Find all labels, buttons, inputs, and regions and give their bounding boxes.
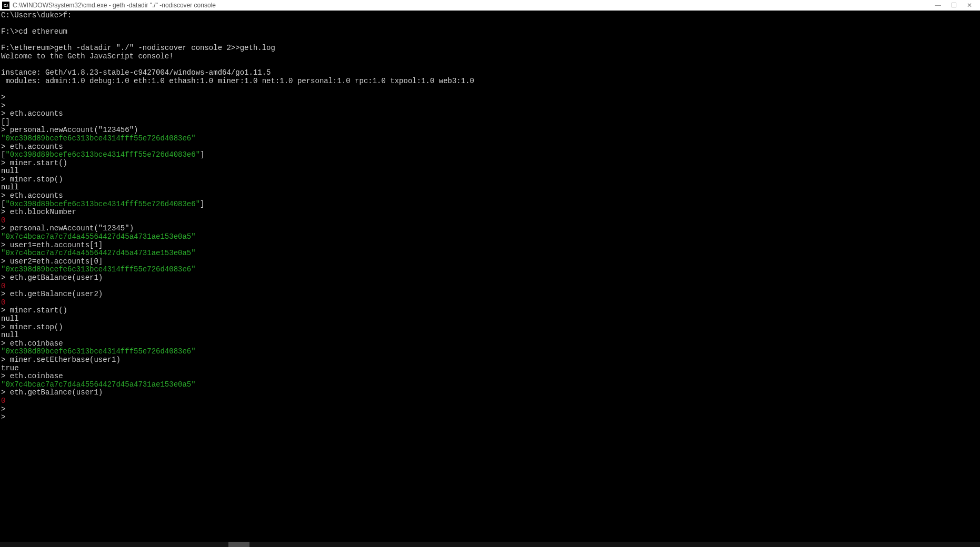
terminal-line: null (1, 331, 979, 340)
terminal-line: ["0xc398d89bcefe6c313bce4314fff55e726d40… (1, 151, 979, 159)
maximize-button[interactable]: ☐ (951, 2, 957, 9)
terminal-line: 0 (1, 397, 979, 406)
terminal-text: > user1=eth.accounts[1] (1, 241, 103, 249)
terminal-text: > miner.start() (1, 159, 67, 167)
terminal-text: [] (1, 118, 10, 126)
terminal-text: modules: admin:1.0 debug:1.0 eth:1.0 eth… (1, 77, 474, 85)
terminal-line: > user2=eth.accounts[0] (1, 258, 979, 266)
terminal-text: > eth.blockNumber (1, 208, 76, 216)
terminal-text: "0x7c4bcac7a7c7d4a45564427d45a4731ae153e… (1, 232, 196, 241)
terminal-text: "0x7c4bcac7a7c7d4a45564427d45a4731ae153e… (1, 249, 196, 257)
terminal-line: null (1, 167, 979, 176)
terminal-line: > miner.start() (1, 159, 979, 168)
terminal-line: > (1, 406, 979, 414)
terminal-text: instance: Geth/v1.8.23-stable-c9427004/w… (1, 68, 271, 77)
terminal-line: F:\ethereum>geth -datadir "./" -nodiscov… (1, 44, 979, 53)
terminal-line: null (1, 315, 979, 323)
terminal-line: > miner.stop() (1, 176, 979, 184)
terminal-line: modules: admin:1.0 debug:1.0 eth:1.0 eth… (1, 77, 979, 86)
terminal-line (1, 85, 979, 94)
terminal-text: "0xc398d89bcefe6c313bce4314fff55e726d408… (5, 200, 200, 208)
terminal-text: > eth.coinbase (1, 372, 63, 380)
terminal-text: > miner.start() (1, 306, 67, 315)
terminal-line: > eth.getBalance(user1) (1, 389, 979, 397)
terminal-text: 0 (1, 298, 5, 307)
terminal-line: > eth.getBalance(user2) (1, 290, 979, 299)
terminal-text: C:\Users\duke>f: (1, 11, 72, 19)
terminal-text: null (1, 183, 19, 191)
terminal-text: Welcome to the Geth JavaScript console! (1, 52, 174, 60)
terminal-text: > (1, 93, 5, 102)
terminal-line: > personal.newAccount("123456") (1, 126, 979, 135)
terminal-text: > miner.stop() (1, 323, 63, 331)
terminal-line: "0x7c4bcac7a7c7d4a45564427d45a4731ae153e… (1, 233, 979, 241)
scrollbar-track (0, 542, 980, 547)
terminal-text: "0xc398d89bcefe6c313bce4314fff55e726d408… (5, 150, 200, 159)
terminal-line (1, 20, 979, 28)
terminal-line: true (1, 364, 979, 373)
terminal-text: "0xc398d89bcefe6c313bce4314fff55e726d408… (1, 265, 196, 274)
terminal-text: "0x7c4bcac7a7c7d4a45564427d45a4731ae153e… (1, 380, 196, 389)
close-button[interactable]: ✕ (966, 2, 973, 9)
terminal-text: ] (200, 150, 204, 159)
terminal-line: > eth.getBalance(user1) (1, 274, 979, 282)
terminal-text: > miner.setEtherbase(user1) (1, 356, 121, 364)
horizontal-scrollbar[interactable] (0, 542, 980, 547)
terminal-line: > personal.newAccount("12345") (1, 225, 979, 233)
terminal-line: > eth.coinbase (1, 340, 979, 348)
terminal-text: > (1, 413, 10, 421)
terminal-text: > personal.newAccount("12345") (1, 224, 134, 232)
terminal-text: > eth.getBalance(user1) (1, 388, 103, 397)
terminal-line: > user1=eth.accounts[1] (1, 241, 979, 250)
terminal-text: ] (200, 200, 204, 208)
terminal-output[interactable]: C:\Users\duke>f:F:\>cd ethereumF:\ethere… (0, 11, 980, 423)
terminal-line: > eth.coinbase (1, 372, 979, 381)
terminal-text: > eth.accounts (1, 191, 63, 200)
terminal-text: 0 (1, 397, 5, 405)
terminal-line: > (1, 413, 979, 422)
terminal-text: "0xc398d89bcefe6c313bce4314fff55e726d408… (1, 347, 196, 356)
terminal-text: 0 (1, 282, 5, 290)
terminal-line: > eth.accounts (1, 192, 979, 200)
terminal-line: > eth.blockNumber (1, 208, 979, 217)
terminal-text: > personal.newAccount("123456") (1, 126, 138, 134)
cmd-icon: C:\ (2, 2, 9, 9)
terminal-line: > eth.accounts (1, 143, 979, 151)
terminal-line: "0xc398d89bcefe6c313bce4314fff55e726d408… (1, 266, 979, 274)
terminal-line: [] (1, 118, 979, 127)
terminal-text: null (1, 315, 19, 323)
terminal-text: > (1, 102, 10, 110)
window-controls: — ☐ ✕ (935, 2, 978, 9)
terminal-text: > eth.accounts (1, 109, 63, 118)
terminal-text: true (1, 364, 19, 372)
terminal-line: 0 (1, 282, 979, 291)
terminal-text: null (1, 167, 19, 175)
terminal-line: null (1, 184, 979, 192)
terminal-text: > eth.getBalance(user1) (1, 274, 103, 282)
terminal-line (1, 61, 979, 69)
terminal-text: F:\>cd ethereum (1, 27, 67, 36)
window-titlebar: C:\ C:\WINDOWS\system32\cmd.exe - geth -… (0, 0, 980, 11)
terminal-line: > miner.setEtherbase(user1) (1, 356, 979, 364)
terminal-line: "0x7c4bcac7a7c7d4a45564427d45a4731ae153e… (1, 249, 979, 258)
terminal-line: > (1, 102, 979, 110)
terminal-line: 0 (1, 299, 979, 307)
terminal-line: "0x7c4bcac7a7c7d4a45564427d45a4731ae153e… (1, 381, 979, 389)
terminal-text: > user2=eth.accounts[0] (1, 257, 103, 266)
terminal-line: F:\>cd ethereum (1, 28, 979, 36)
terminal-line: > (1, 94, 979, 102)
minimize-button[interactable]: — (935, 2, 941, 9)
terminal-line: "0xc398d89bcefe6c313bce4314fff55e726d408… (1, 348, 979, 356)
terminal-line: ["0xc398d89bcefe6c313bce4314fff55e726d40… (1, 200, 979, 209)
terminal-line: instance: Geth/v1.8.23-stable-c9427004/w… (1, 69, 979, 77)
terminal-text: > miner.stop() (1, 175, 63, 184)
terminal-text: 0 (1, 216, 5, 225)
terminal-text: > eth.coinbase (1, 339, 63, 348)
terminal-text: F:\ethereum>geth -datadir "./" -nodiscov… (1, 44, 275, 52)
terminal-line (1, 36, 979, 45)
window-title: C:\WINDOWS\system32\cmd.exe - geth -data… (13, 2, 935, 9)
scrollbar-thumb[interactable] (228, 542, 249, 547)
terminal-text: > eth.getBalance(user2) (1, 290, 103, 298)
terminal-text: > (1, 405, 10, 413)
terminal-line: Welcome to the Geth JavaScript console! (1, 53, 979, 61)
